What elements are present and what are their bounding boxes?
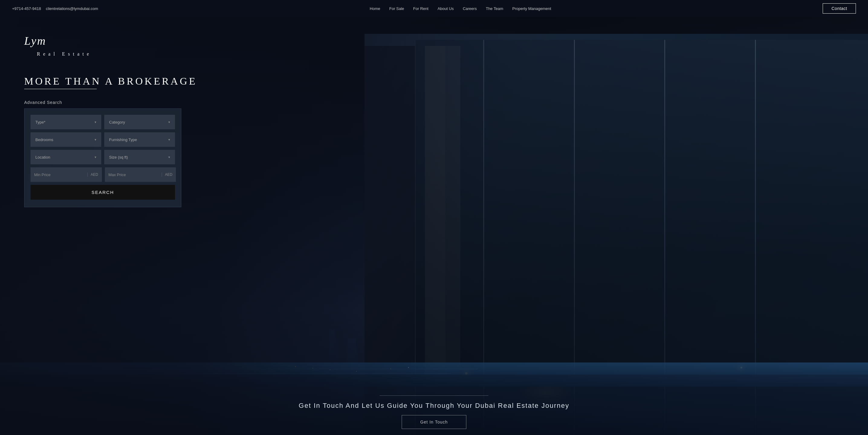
type-chevron: ▾: [95, 120, 96, 124]
logo-brand: LymReal Estate: [24, 35, 868, 57]
location-label: Location: [35, 155, 50, 160]
category-chevron: ▾: [168, 120, 170, 124]
nav-property-management[interactable]: Property Management: [512, 6, 551, 11]
location-chevron: ▾: [95, 155, 96, 159]
logo: LymReal Estate: [24, 35, 868, 57]
get-in-touch-button[interactable]: Get In Touch: [402, 415, 466, 429]
contact-info: +9714-457-9418 clientrelations@lymdubai.…: [12, 6, 98, 11]
nav-home[interactable]: Home: [370, 6, 380, 11]
size-label: Size (sq ft): [109, 155, 128, 160]
bottom-divider: [380, 395, 488, 396]
hero-section: LymReal Estate More than a Brokerage Adv…: [0, 17, 868, 435]
navbar: +9714-457-9418 clientrelations@lymdubai.…: [0, 0, 868, 17]
category-select[interactable]: Category ▾: [104, 115, 175, 129]
max-price-input[interactable]: [108, 172, 159, 177]
min-price-input[interactable]: [34, 172, 85, 177]
furnishing-select[interactable]: Furnishing Type ▾: [104, 132, 175, 147]
bottom-section: Get In Touch And Let Us Guide You Throug…: [0, 387, 868, 435]
contact-button[interactable]: Contact: [823, 3, 856, 13]
bottom-tagline: Get In Touch And Let Us Guide You Throug…: [0, 402, 868, 410]
min-price-wrapper: AED: [31, 167, 102, 182]
form-row-3: Location ▾ Size (sq ft) ▾: [31, 150, 175, 164]
nav-for-rent[interactable]: For Rent: [413, 6, 429, 11]
nav-the-team[interactable]: The Team: [486, 6, 503, 11]
type-select[interactable]: Type* ▾: [31, 115, 101, 129]
max-price-wrapper: AED: [105, 167, 176, 182]
furnishing-chevron: ▾: [168, 138, 170, 142]
navbar-right: Contact: [823, 3, 856, 13]
location-select[interactable]: Location ▾: [31, 150, 101, 164]
main-nav: Home For Sale For Rent About Us Careers …: [370, 6, 551, 11]
bedrooms-select[interactable]: Bedrooms ▾: [31, 132, 101, 147]
search-button[interactable]: Search: [31, 185, 175, 200]
advanced-search-label: Advanced Search: [24, 100, 868, 105]
type-label: Type*: [35, 120, 45, 125]
category-label: Category: [109, 120, 125, 125]
tagline-underline: [24, 89, 97, 89]
nav-about-us[interactable]: About Us: [438, 6, 454, 11]
furnishing-label: Furnishing Type: [109, 137, 137, 142]
bedrooms-label: Bedrooms: [35, 137, 53, 142]
form-row-2: Bedrooms ▾ Furnishing Type ▾: [31, 132, 175, 147]
hero-content: LymReal Estate More than a Brokerage Adv…: [0, 17, 868, 387]
phone-number[interactable]: +9714-457-9418: [12, 6, 41, 11]
navbar-left: +9714-457-9418 clientrelations@lymdubai.…: [12, 6, 98, 11]
size-select[interactable]: Size (sq ft) ▾: [104, 150, 175, 164]
hero-tagline: More than a Brokerage: [24, 75, 868, 87]
bedrooms-chevron: ▾: [95, 138, 96, 142]
nav-for-sale[interactable]: For Sale: [389, 6, 404, 11]
search-form: Type* ▾ Category ▾ Bedrooms ▾ Furnishing…: [24, 108, 181, 207]
form-row-1: Type* ▾ Category ▾: [31, 115, 175, 129]
size-chevron: ▾: [168, 155, 170, 159]
min-currency: AED: [87, 172, 98, 177]
form-row-4: AED AED: [31, 167, 175, 182]
email-address[interactable]: clientrelations@lymdubai.com: [46, 6, 98, 11]
nav-careers[interactable]: Careers: [463, 6, 476, 11]
max-currency: AED: [162, 172, 173, 177]
